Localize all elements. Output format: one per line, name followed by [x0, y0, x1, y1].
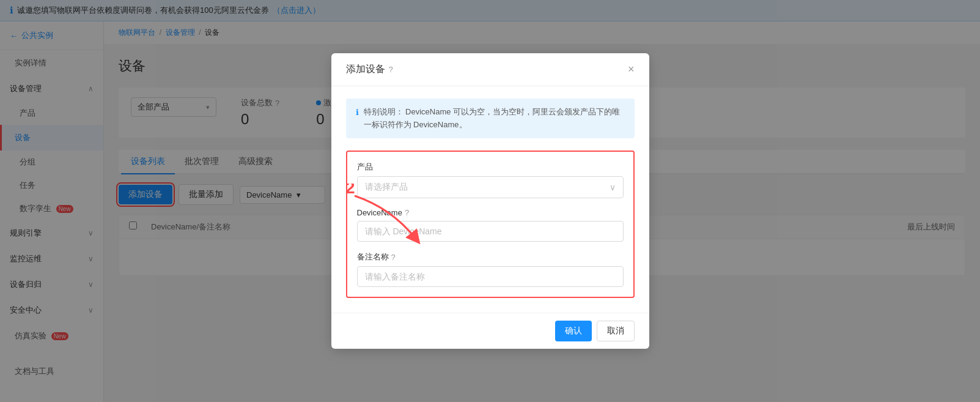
form-group-product: 产品 请选择产品 ∨ [357, 162, 624, 198]
device-name-input[interactable] [357, 221, 624, 242]
modal-overlay[interactable]: 添加设备 ? × ℹ 特别说明： DeviceName 可以为空，当为空时，阿里… [0, 0, 980, 402]
info-text: 特别说明： DeviceName 可以为空，当为空时，阿里云会颁发产品下的唯一标… [364, 106, 625, 132]
form-group-alias: 备注名称 ? [357, 251, 624, 287]
alias-label: 备注名称 ? [357, 251, 624, 262]
cancel-button[interactable]: 取消 [597, 321, 635, 341]
dialog-info-box: ℹ 特别说明： DeviceName 可以为空，当为空时，阿里云会颁发产品下的唯… [346, 99, 635, 139]
dialog-form-section: 产品 请选择产品 ∨ DeviceName ? [346, 151, 635, 298]
dialog-title: 添加设备 ? [346, 63, 393, 76]
product-select-placeholder: 请选择产品 [365, 182, 408, 193]
dialog-title-text: 添加设备 [346, 63, 385, 76]
add-device-dialog: 添加设备 ? × ℹ 特别说明： DeviceName 可以为空，当为空时，阿里… [331, 53, 649, 349]
info-icon: ℹ [356, 106, 359, 132]
confirm-button[interactable]: 确认 [555, 321, 592, 341]
product-label: 产品 [357, 162, 624, 173]
dialog-body: ℹ 特别说明： DeviceName 可以为空，当为空时，阿里云会颁发产品下的唯… [331, 86, 649, 313]
device-name-label: DeviceName ? [357, 208, 624, 217]
alias-input[interactable] [357, 266, 624, 287]
product-select[interactable]: 请选择产品 ∨ [357, 176, 624, 198]
help-icon[interactable]: ? [405, 208, 409, 217]
close-button[interactable]: × [628, 63, 635, 76]
form-group-device-name: DeviceName ? [357, 208, 624, 242]
chevron-down-icon: ∨ [610, 182, 616, 192]
dialog-footer: 确认 取消 [331, 313, 649, 349]
help-icon[interactable]: ? [391, 253, 396, 262]
dialog-header: 添加设备 ? × [331, 53, 649, 86]
help-icon[interactable]: ? [389, 65, 393, 74]
